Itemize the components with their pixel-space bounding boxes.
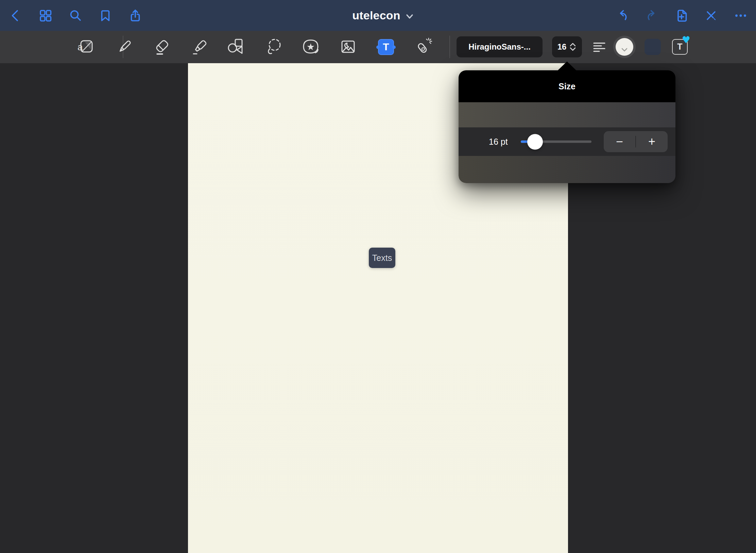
navbar-right-group [616, 0, 748, 31]
more-icon [734, 9, 748, 22]
favorite-heart-icon: ♥ [682, 35, 690, 45]
eraser-icon [152, 37, 171, 56]
selection-tooltip[interactable]: Texts [369, 248, 395, 268]
title-chevron-down-icon [406, 14, 413, 19]
text-tool-glyph: T [383, 42, 389, 53]
search-icon [69, 9, 82, 22]
size-slider-thumb[interactable] [527, 134, 543, 149]
thumbnails-grid-icon [39, 9, 52, 22]
bookmark-button[interactable] [99, 9, 112, 22]
font-family-button[interactable]: HiraginoSans-... [457, 36, 543, 57]
stepper-chevrons-icon [569, 42, 577, 51]
add-page-button[interactable] [675, 9, 688, 22]
text-tool-button[interactable]: T [378, 39, 394, 55]
thumbnails-button[interactable] [39, 9, 52, 22]
size-popover-header: Size [459, 70, 675, 102]
pen-tool-button[interactable] [115, 37, 134, 56]
toolbar: a [0, 31, 756, 63]
page-mode-icon: a [76, 37, 96, 56]
back-icon [9, 9, 22, 22]
size-popover-title: Size [559, 82, 575, 91]
align-left-icon [593, 41, 606, 54]
toolbar-divider [449, 36, 450, 58]
document-title[interactable]: utelecon [352, 9, 400, 22]
pen-mode-toggle-button[interactable] [704, 9, 718, 22]
text-tool-handle-left [376, 46, 380, 49]
size-slider[interactable] [521, 141, 591, 143]
share-icon [128, 9, 142, 22]
image-icon [339, 37, 358, 56]
bookmark-icon [99, 9, 112, 22]
shapes-icon [226, 37, 245, 56]
size-increase-button[interactable]: + [636, 131, 668, 152]
navbar: utelecon [0, 0, 756, 31]
navbar-left-group [9, 0, 142, 31]
size-value-label: 16 pt [489, 137, 508, 147]
laser-pointer-button[interactable] [414, 37, 433, 56]
back-button[interactable] [9, 9, 22, 22]
image-tool-button[interactable] [339, 37, 358, 56]
text-align-button[interactable] [593, 41, 606, 54]
shapes-tool-button[interactable] [226, 37, 245, 56]
size-slider-row: 16 pt − + [459, 127, 675, 156]
size-decrease-button[interactable]: − [604, 131, 635, 152]
redo-button[interactable] [645, 9, 659, 22]
redo-icon [645, 9, 659, 22]
undo-icon [616, 9, 629, 22]
pen-cross-icon [704, 9, 718, 22]
highlighter-icon [190, 37, 209, 56]
secondary-color-swatch[interactable] [645, 39, 661, 55]
eraser-tool-button[interactable] [152, 37, 171, 56]
share-button[interactable] [128, 9, 142, 22]
add-page-icon [675, 9, 688, 22]
color-chevron-down-icon [621, 48, 628, 52]
undo-button[interactable] [616, 9, 629, 22]
popover-arrow [557, 61, 577, 71]
app-screen: utelecon [0, 0, 756, 553]
size-popover: Size 16 pt − + [459, 70, 675, 183]
popover-material-band [459, 102, 675, 127]
search-button[interactable] [69, 9, 82, 22]
text-color-current [616, 38, 633, 56]
favorite-text-style-button[interactable]: T ♥ [672, 39, 688, 55]
laser-pointer-icon [414, 37, 433, 56]
page-mode-button[interactable]: a [76, 37, 96, 56]
font-family-label: HiraginoSans-... [468, 42, 531, 52]
popover-material-band [459, 156, 675, 183]
size-stepper: − + [604, 131, 668, 152]
selection-tooltip-label: Texts [372, 253, 392, 263]
font-size-value: 16 [557, 42, 567, 52]
lasso-tool-button[interactable] [264, 37, 284, 56]
elements-sticker-icon [302, 37, 321, 56]
pen-icon [115, 37, 134, 56]
font-size-stepper[interactable]: 16 [552, 36, 582, 57]
text-color-button[interactable] [613, 36, 636, 58]
elements-tool-button[interactable] [302, 37, 321, 56]
highlighter-tool-button[interactable] [190, 37, 209, 56]
svg-text:a: a [78, 42, 83, 52]
text-tool-handle-right [392, 46, 396, 49]
lasso-icon [264, 37, 284, 56]
more-button[interactable] [734, 9, 748, 22]
